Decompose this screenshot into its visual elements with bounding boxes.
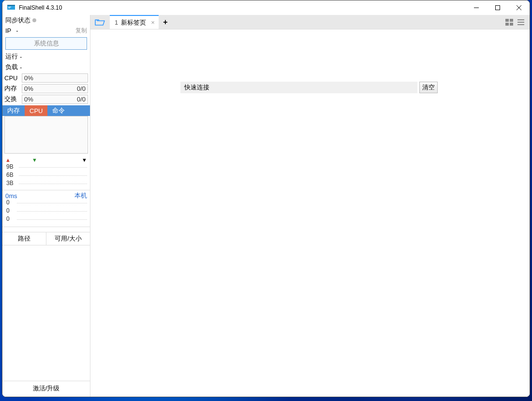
grid-view-button[interactable] xyxy=(503,15,515,29)
activate-upgrade-button[interactable]: 激活/升级 xyxy=(2,381,90,397)
system-info-button[interactable]: 系统信息 xyxy=(5,37,87,50)
swap-meter: 交换 0% 0/0 xyxy=(2,94,90,104)
memory-meter: 内存 0% 0/0 xyxy=(2,83,90,94)
memory-bar: 0% 0/0 xyxy=(22,84,88,93)
ping-y-1: 0 xyxy=(6,207,10,215)
svg-rect-14 xyxy=(517,24,524,25)
chart-area xyxy=(4,116,88,154)
ip-value: - xyxy=(16,27,18,34)
ping-row: 0ms 本机 xyxy=(2,190,90,199)
sidebar: 同步状态 IP - 复制 系统信息 运行 - 负载 - CPU 0% xyxy=(2,15,90,397)
disk-col-path[interactable]: 路径 xyxy=(2,232,46,245)
add-tab-button[interactable]: + xyxy=(159,15,172,29)
open-folder-button[interactable] xyxy=(90,15,110,29)
titlebar: FinalShell 4.3.10 xyxy=(2,0,530,15)
svg-rect-1 xyxy=(7,5,15,6)
download-icon: ▼ xyxy=(32,157,37,163)
list-icon xyxy=(517,19,524,25)
ping-value: 0ms xyxy=(5,192,17,200)
tab-cpu[interactable]: CPU xyxy=(25,105,47,116)
app-title: FinalShell 4.3.10 xyxy=(19,4,62,11)
net-y-1: 6B xyxy=(6,172,14,180)
sync-status-label: 同步状态 xyxy=(5,16,30,25)
list-view-button[interactable] xyxy=(515,15,527,29)
quick-connect-label[interactable]: 快速连接 xyxy=(180,82,417,93)
tab-memory[interactable]: 内存 xyxy=(2,105,25,116)
net-y-2: 3B xyxy=(6,180,14,188)
dropdown-icon[interactable]: ▼ xyxy=(82,157,87,163)
svg-rect-8 xyxy=(505,19,509,22)
svg-rect-9 xyxy=(510,19,513,22)
upload-icon: ▲ xyxy=(5,157,11,163)
svg-rect-10 xyxy=(505,23,509,26)
runtime-label: 运行 xyxy=(5,52,18,61)
sync-status-dot-icon xyxy=(32,18,36,22)
close-button[interactable] xyxy=(508,0,530,15)
load-value: - xyxy=(20,64,22,71)
ping-y-2: 0 xyxy=(6,215,10,224)
svg-rect-11 xyxy=(510,23,513,26)
network-indicator-row: ▲ ▼ ▼ xyxy=(2,156,90,163)
network-graph: 9B 6B 3B xyxy=(2,163,90,190)
tab-bar: 1 新标签页 × + xyxy=(90,15,530,29)
ping-graph: 0 0 0 xyxy=(2,199,90,227)
load-label: 负载 xyxy=(5,63,18,72)
svg-rect-12 xyxy=(517,19,524,20)
tab-cmd[interactable]: 命令 xyxy=(47,105,70,116)
net-y-0: 9B xyxy=(6,163,14,172)
main-area: 1 新标签页 × + xyxy=(90,15,530,397)
tab-index: 1 xyxy=(115,19,118,26)
grid-icon xyxy=(505,19,513,26)
content-area: 快速连接 清空 xyxy=(90,29,530,397)
runtime-value: - xyxy=(20,53,22,60)
tab-close-icon[interactable]: × xyxy=(151,19,155,26)
ip-label: IP xyxy=(5,27,11,34)
svg-rect-2 xyxy=(8,7,11,7)
app-icon xyxy=(7,5,15,11)
app-window: FinalShell 4.3.10 同步状态 IP - 复制 系统信息 运 xyxy=(2,0,530,397)
tab-active[interactable]: 1 新标签页 × xyxy=(110,15,159,29)
svg-rect-13 xyxy=(517,22,524,23)
chart-tabs: 内存 CPU 命令 xyxy=(2,105,90,116)
cpu-meter: CPU 0% xyxy=(2,72,90,83)
folder-open-icon xyxy=(95,18,105,26)
swap-bar: 0% 0/0 xyxy=(22,95,88,104)
quick-connect-bar: 快速连接 清空 xyxy=(180,82,438,93)
ping-y-0: 0 xyxy=(6,199,10,207)
minimize-button[interactable] xyxy=(466,0,487,15)
svg-rect-5 xyxy=(496,6,500,10)
tab-label: 新标签页 xyxy=(121,18,146,27)
disk-col-size[interactable]: 可用/大小 xyxy=(46,232,90,245)
disk-table-header: 路径 可用/大小 xyxy=(2,232,90,245)
cpu-bar: 0% xyxy=(22,73,88,83)
disk-table-body xyxy=(2,245,90,381)
clear-button[interactable]: 清空 xyxy=(419,82,438,93)
svg-rect-3 xyxy=(8,8,10,8)
copy-button[interactable]: 复制 xyxy=(75,27,87,35)
maximize-button[interactable] xyxy=(487,0,508,15)
